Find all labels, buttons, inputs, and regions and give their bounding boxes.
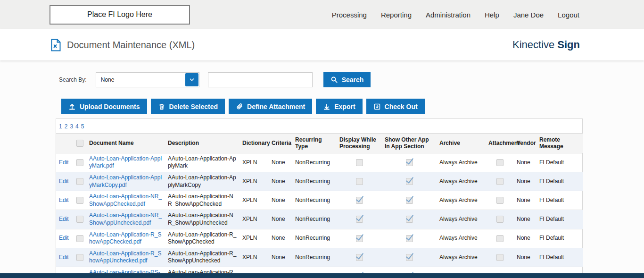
vendor-cell: None bbox=[514, 172, 537, 191]
criteria-cell: None bbox=[269, 248, 292, 267]
attachment-checkbox[interactable] bbox=[496, 197, 504, 204]
vendor-cell: None bbox=[514, 153, 537, 172]
table-row: Edit AAuto-Loan-Application-R_ShowAppUnc… bbox=[56, 248, 583, 267]
display-while-processing-checkbox[interactable] bbox=[356, 178, 363, 185]
vendor-cell: None bbox=[514, 229, 537, 248]
archive-cell: Always Archive bbox=[437, 229, 486, 248]
dictionary-cell: XPLN bbox=[239, 153, 269, 172]
define-attachment-button[interactable]: Define Attachment bbox=[229, 99, 312, 114]
page-link-5[interactable]: 5 bbox=[81, 123, 84, 130]
attachment-checkbox[interactable] bbox=[496, 178, 504, 185]
page-link-1[interactable]: 1 bbox=[59, 123, 62, 130]
display-while-processing-checkbox[interactable] bbox=[356, 159, 363, 166]
archive-cell: Always Archive bbox=[437, 210, 486, 229]
display-while-processing-checkbox[interactable] bbox=[356, 235, 363, 242]
row-select-checkbox[interactable] bbox=[76, 197, 83, 204]
attachment-checkbox[interactable] bbox=[496, 159, 504, 166]
archive-cell: Always Archive bbox=[437, 172, 486, 191]
page-link-4[interactable]: 4 bbox=[75, 123, 79, 130]
chevron-down-icon[interactable] bbox=[185, 73, 198, 86]
page-link-2[interactable]: 2 bbox=[65, 123, 68, 130]
upload-icon bbox=[68, 103, 76, 110]
edit-link[interactable]: Edit bbox=[59, 159, 69, 166]
display-while-processing-checkbox[interactable] bbox=[356, 254, 363, 261]
description-cell: AAuto-Loan-Application-NR_ShowAppUncheck… bbox=[165, 210, 239, 229]
attachment-checkbox[interactable] bbox=[496, 254, 504, 261]
top-bar: Place FI Logo Here Processing Reporting … bbox=[0, 0, 644, 29]
top-nav: Processing Reporting Administration Help… bbox=[332, 11, 579, 19]
nav-user-jane-doe[interactable]: Jane Doe bbox=[513, 11, 544, 19]
column-header-show-other-app: Show Other App In App Section bbox=[382, 134, 437, 153]
pagination: 1 2 3 4 5 bbox=[56, 119, 582, 133]
page-header: Document Maintenance (XML) KinectiveSign bbox=[0, 29, 644, 60]
column-header-criteria: Criteria bbox=[269, 134, 292, 153]
export-button[interactable]: Export bbox=[316, 99, 362, 114]
column-header-vendor: Vendor bbox=[514, 134, 537, 153]
button-label: Delete Selected bbox=[169, 103, 218, 110]
upload-documents-button[interactable]: Upload Documents bbox=[61, 99, 147, 114]
page-title: Document Maintenance (XML) bbox=[67, 40, 195, 51]
document-name-link[interactable]: AAuto-Loan-Application-NR_ShowAppChecked… bbox=[89, 193, 162, 207]
fi-logo-placeholder: Place FI Logo Here bbox=[50, 5, 190, 25]
recurring-type-cell: NonRecurring bbox=[292, 172, 337, 191]
description-cell: AAuto-Loan-Application-ApplyMark bbox=[165, 153, 239, 172]
attachment-checkbox[interactable] bbox=[496, 216, 504, 223]
description-cell: AAuto-Loan-Application-R_ShowAppUnchecke… bbox=[165, 248, 239, 267]
remote-message-cell: FI Default bbox=[537, 229, 583, 248]
document-name-link[interactable]: AAuto-Loan-Application-R_ShowAppUnchecke… bbox=[89, 250, 161, 264]
page-link-3[interactable]: 3 bbox=[70, 123, 73, 130]
search-by-dropdown[interactable]: None bbox=[96, 72, 199, 87]
table-header-row: Document Name Description Dictionary Cri… bbox=[56, 134, 583, 153]
document-name-link[interactable]: AAuto-Loan-Application-NR_ShowAppUncheck… bbox=[89, 212, 162, 226]
row-select-checkbox[interactable] bbox=[76, 254, 83, 261]
nav-logout[interactable]: Logout bbox=[558, 11, 579, 19]
archive-cell: Always Archive bbox=[437, 153, 486, 172]
display-while-processing-checkbox[interactable] bbox=[356, 197, 363, 204]
document-name-link[interactable]: AAuto-Loan-Application-ApplyMarkCopy.pdf bbox=[89, 174, 162, 188]
documents-table: Document Name Description Dictionary Cri… bbox=[56, 133, 583, 278]
edit-link[interactable]: Edit bbox=[59, 254, 69, 261]
row-select-checkbox[interactable] bbox=[76, 216, 83, 223]
edit-link[interactable]: Edit bbox=[59, 197, 69, 203]
show-other-app-checkbox[interactable] bbox=[406, 159, 413, 166]
edit-link[interactable]: Edit bbox=[59, 178, 69, 185]
show-other-app-checkbox[interactable] bbox=[406, 197, 413, 204]
nav-processing[interactable]: Processing bbox=[332, 11, 367, 19]
criteria-cell: None bbox=[269, 153, 292, 172]
check-out-button[interactable]: Check Out bbox=[366, 99, 425, 114]
nav-administration[interactable]: Administration bbox=[426, 11, 471, 19]
column-header-archive: Archive bbox=[437, 134, 486, 153]
document-name-link[interactable]: AAuto-Loan-Application-ApplyMark.pdf bbox=[89, 155, 162, 169]
table-row: Edit AAuto-Loan-Application-NR_ShowAppUn… bbox=[56, 210, 583, 229]
dictionary-cell: XPLN bbox=[239, 229, 269, 248]
vendor-cell: None bbox=[514, 210, 537, 229]
dropdown-selected-value: None bbox=[96, 76, 185, 83]
show-other-app-checkbox[interactable] bbox=[406, 235, 413, 242]
nav-reporting[interactable]: Reporting bbox=[381, 11, 412, 19]
row-select-checkbox[interactable] bbox=[76, 235, 83, 242]
show-other-app-checkbox[interactable] bbox=[406, 178, 413, 185]
search-input[interactable] bbox=[208, 72, 313, 87]
edit-link[interactable]: Edit bbox=[59, 216, 69, 222]
nav-help[interactable]: Help bbox=[485, 11, 499, 19]
vendor-cell: None bbox=[514, 191, 537, 210]
trash-icon bbox=[158, 103, 165, 110]
search-row: Search By: None Search bbox=[59, 72, 644, 87]
table-row: Edit AAuto-Loan-Application-NR_ShowAppCh… bbox=[56, 191, 583, 210]
row-select-checkbox[interactable] bbox=[76, 178, 83, 185]
column-header-document-name: Document Name bbox=[86, 134, 165, 153]
brand-logo: KinectiveSign bbox=[512, 39, 580, 51]
search-button[interactable]: Search bbox=[323, 72, 371, 87]
row-select-checkbox[interactable] bbox=[76, 159, 83, 166]
show-other-app-checkbox[interactable] bbox=[406, 254, 413, 261]
delete-selected-button[interactable]: Delete Selected bbox=[151, 99, 225, 114]
document-name-link[interactable]: AAuto-Loan-Application-R_ShowAppChecked.… bbox=[89, 231, 161, 245]
attachment-checkbox[interactable] bbox=[496, 235, 504, 242]
display-while-processing-checkbox[interactable] bbox=[356, 216, 363, 223]
recurring-type-cell: NonRecurring bbox=[292, 210, 337, 229]
select-all-checkbox[interactable] bbox=[76, 140, 83, 147]
column-header-select bbox=[74, 134, 86, 153]
show-other-app-checkbox[interactable] bbox=[406, 216, 413, 223]
edit-link[interactable]: Edit bbox=[59, 235, 69, 241]
recurring-type-cell: NonRecurring bbox=[292, 191, 337, 210]
